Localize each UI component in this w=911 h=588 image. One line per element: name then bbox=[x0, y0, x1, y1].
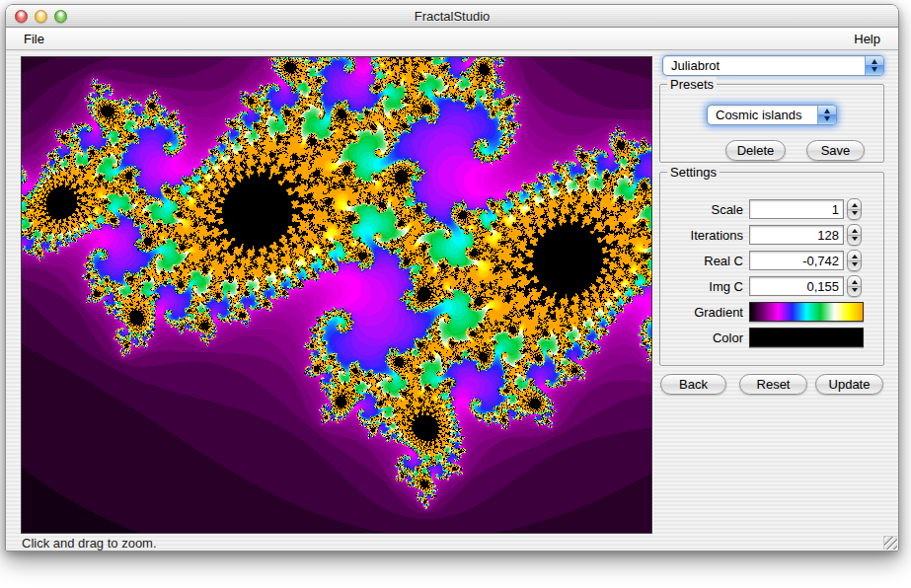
settings-group-title: Settings bbox=[667, 165, 720, 180]
scale-field[interactable] bbox=[749, 199, 844, 219]
fractal-type-value: Juliabrot bbox=[671, 58, 860, 73]
app-window: FractalStudio File Help Click and drag t… bbox=[5, 4, 899, 551]
scale-label: Scale bbox=[666, 202, 743, 217]
gradient-label: Gradient bbox=[666, 305, 743, 320]
preset-select[interactable]: Cosmic islands bbox=[707, 105, 837, 125]
img-c-field[interactable] bbox=[749, 276, 844, 296]
settings-group: Settings Scale Iterations Real C Img C G… bbox=[659, 172, 884, 366]
status-text: Click and drag to zoom. bbox=[22, 536, 157, 551]
scale-stepper[interactable] bbox=[847, 198, 862, 220]
gradient-strip[interactable] bbox=[749, 302, 864, 322]
fractal-type-select[interactable]: Juliabrot bbox=[662, 55, 884, 76]
back-button[interactable]: Back bbox=[660, 374, 726, 395]
iterations-label: Iterations bbox=[666, 228, 743, 243]
presets-group: Presets Cosmic islands Delete Save bbox=[659, 84, 884, 163]
fractal-viewport[interactable] bbox=[21, 56, 652, 534]
popup-arrows-icon bbox=[865, 56, 883, 75]
color-label: Color bbox=[666, 331, 743, 345]
real-c-stepper[interactable] bbox=[847, 250, 862, 271]
menu-help[interactable]: Help bbox=[848, 32, 886, 46]
iterations-field[interactable] bbox=[749, 225, 844, 245]
real-c-field[interactable] bbox=[749, 251, 844, 270]
delete-button[interactable]: Delete bbox=[725, 140, 786, 161]
presets-group-title: Presets bbox=[667, 77, 717, 92]
menu-bar: File Help bbox=[6, 28, 898, 50]
real-c-label: Real C bbox=[666, 254, 743, 268]
status-bar: Click and drag to zoom. bbox=[22, 536, 157, 551]
popup-arrows-icon bbox=[817, 106, 836, 124]
reset-button[interactable]: Reset bbox=[739, 374, 807, 395]
save-button[interactable]: Save bbox=[806, 140, 865, 161]
update-button[interactable]: Update bbox=[815, 374, 883, 395]
img-c-stepper[interactable] bbox=[847, 275, 862, 297]
window-title: FractalStudio bbox=[6, 9, 898, 24]
title-bar[interactable]: FractalStudio bbox=[6, 5, 898, 28]
fractal-canvas[interactable] bbox=[22, 57, 651, 533]
color-swatch[interactable] bbox=[749, 328, 864, 347]
img-c-label: Img C bbox=[666, 279, 743, 294]
iterations-stepper[interactable] bbox=[847, 224, 862, 246]
menu-file[interactable]: File bbox=[18, 32, 50, 46]
preset-value: Cosmic islands bbox=[716, 108, 812, 122]
resize-grip[interactable] bbox=[883, 536, 897, 550]
